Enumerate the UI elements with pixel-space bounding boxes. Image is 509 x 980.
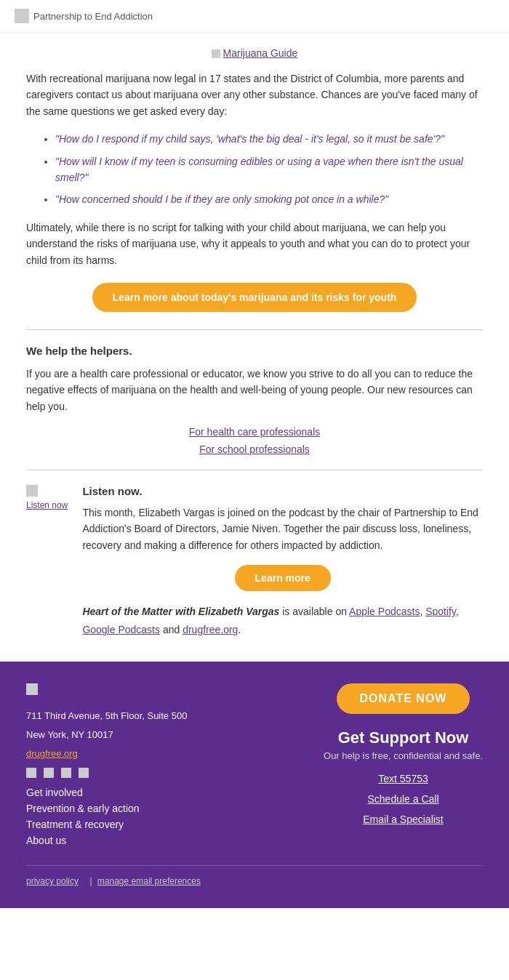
cta-button-container: Learn more about today's marijuana and i… <box>26 283 483 312</box>
schedule-call-link[interactable]: Schedule a Call <box>324 793 483 805</box>
footer-nav-prevention[interactable]: Prevention & early action <box>26 803 187 814</box>
conclusion-text: Ultimately, while there is no script for… <box>26 220 483 268</box>
footer-nav-about[interactable]: About us <box>26 835 187 846</box>
logo-container: Partnership to End Addiction <box>15 9 494 23</box>
question-item: "How concerned should I be if they are o… <box>55 191 483 207</box>
footer-website-link[interactable]: drugfree.org <box>26 748 78 759</box>
podcast-show-name: Heart of the Matter with Elizabeth Varga… <box>82 606 279 617</box>
donate-button[interactable]: DONATE NOW <box>337 683 470 714</box>
podcast-description: This month, Elizabeth Vargas is joined o… <box>82 505 483 553</box>
availability-text: is available on <box>282 606 349 617</box>
get-support-subtitle: Our help is free, confidential and safe. <box>324 750 483 761</box>
instagram-icon[interactable] <box>61 768 71 778</box>
footer-top: 711 Third Avenue, 5th Floor, Suite 500 N… <box>26 683 483 851</box>
intro-text: With recreational marijuana now legal in… <box>26 73 478 117</box>
header: Partnership to End Addiction <box>0 0 509 33</box>
text-support-link[interactable]: Text 55753 <box>324 773 483 784</box>
footer-nav: Get involved Prevention & early action T… <box>26 787 187 846</box>
main-content: Marijuana Guide With recreational mariju… <box>0 33 509 654</box>
learn-more-button[interactable]: Learn more <box>235 565 331 591</box>
podcast-image-container: Listen now <box>26 485 68 510</box>
drugfree-link[interactable]: drugfree.org <box>183 624 238 635</box>
footer-nav-get-involved[interactable]: Get involved <box>26 787 187 798</box>
podcast-image-icon <box>26 485 38 497</box>
helpers-text: If you are a health care professional or… <box>26 366 483 414</box>
manage-email-link[interactable]: manage email preferences <box>97 876 201 886</box>
footer-divider: | <box>89 876 92 886</box>
health-professionals-link[interactable]: For health care professionals <box>26 426 483 438</box>
intro-paragraph: With recreational marijuana now legal in… <box>26 71 483 119</box>
logo-text: Partnership to End Addiction <box>33 11 153 22</box>
questions-list: "How do I respond if my child says, 'wha… <box>55 131 483 208</box>
twitter-icon[interactable] <box>44 768 54 778</box>
footer-address-line1: 711 Third Avenue, 5th Floor, Suite 500 <box>26 709 187 724</box>
youtube-icon[interactable] <box>79 768 89 778</box>
podcast-image-text: Listen now <box>26 500 68 510</box>
school-professionals-link[interactable]: For school professionals <box>26 443 483 455</box>
footer-nav-treatment[interactable]: Treatment & recovery <box>26 819 187 830</box>
get-support-title: Get Support Now <box>324 728 483 747</box>
google-podcasts-link[interactable]: Google Podcasts <box>82 624 160 635</box>
footer-left: 711 Third Avenue, 5th Floor, Suite 500 N… <box>26 683 187 851</box>
question-item: "How do I respond if my child says, 'wha… <box>55 131 483 147</box>
apple-podcasts-link[interactable]: Apple Podcasts <box>349 606 420 617</box>
divider-1 <box>26 329 483 330</box>
facebook-icon[interactable] <box>26 768 36 778</box>
marijuana-guide-link[interactable]: Marijuana Guide <box>223 47 298 59</box>
marijuana-cta-button[interactable]: Learn more about today's marijuana and i… <box>92 283 417 312</box>
helpers-section: We help the helpers. If you are a health… <box>26 345 483 455</box>
podcast-content: Listen now. This month, Elizabeth Vargas… <box>82 485 483 640</box>
footer-bottom: privacy policy | manage email preference… <box>26 865 483 886</box>
podcast-title: Listen now. <box>82 485 483 497</box>
podcast-availability: Heart of the Matter with Elizabeth Varga… <box>82 603 483 639</box>
spotify-link[interactable]: Spotify <box>425 606 456 617</box>
footer-social <box>26 768 187 778</box>
footer-logo-icon <box>26 683 38 695</box>
footer-address-line2: New York, NY 10017 <box>26 728 187 743</box>
footer: 711 Third Avenue, 5th Floor, Suite 500 N… <box>0 662 509 909</box>
divider-2 <box>26 470 483 470</box>
guide-image-row: Marijuana Guide <box>26 47 483 59</box>
email-specialist-link[interactable]: Email a Specialist <box>324 814 483 825</box>
podcast-section: Listen now Listen now. This month, Eliza… <box>26 485 483 640</box>
helpers-title: We help the helpers. <box>26 345 483 357</box>
and-text: and <box>163 624 183 635</box>
helpers-links: For health care professionals For school… <box>26 426 483 455</box>
logo-icon <box>15 9 29 23</box>
privacy-policy-link[interactable]: privacy policy <box>26 876 79 886</box>
question-item: "How will I know if my teen is consuming… <box>55 153 483 186</box>
footer-right: DONATE NOW Get Support Now Our help is f… <box>324 683 483 834</box>
guide-image-icon <box>212 49 220 58</box>
